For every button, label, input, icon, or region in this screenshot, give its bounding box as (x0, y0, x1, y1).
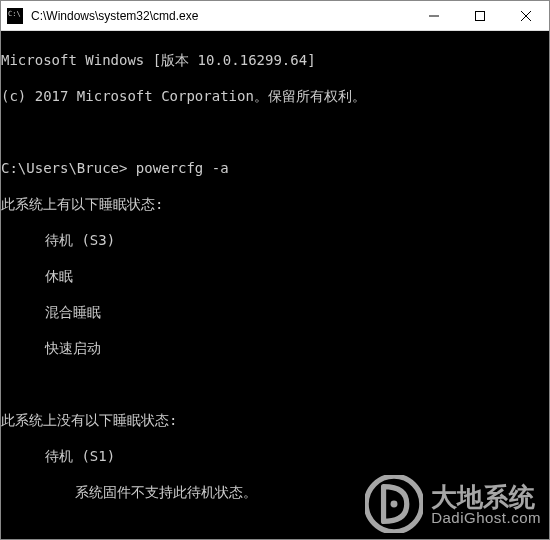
cmd-window: C:\Windows\system32\cmd.exe Microsoft Wi… (0, 0, 550, 540)
svg-rect-1 (476, 11, 485, 20)
cmd-icon (7, 8, 23, 24)
maximize-icon (475, 11, 485, 21)
window-title: C:\Windows\system32\cmd.exe (29, 9, 411, 23)
blank-line (1, 123, 549, 141)
state-s3: 待机 (S3) (1, 231, 549, 249)
command-text: powercfg -a (127, 160, 228, 176)
close-button[interactable] (503, 1, 549, 31)
prompt-line: C:\Users\Bruce> powercfg -a (1, 159, 549, 177)
close-icon (521, 11, 531, 21)
state-hybrid: 混合睡眠 (1, 303, 549, 321)
state-fastboot: 快速启动 (1, 339, 549, 357)
state-hibernate: 休眠 (1, 267, 549, 285)
prompt: C:\Users\Bruce> (1, 160, 127, 176)
titlebar: C:\Windows\system32\cmd.exe (1, 1, 549, 31)
version-line: Microsoft Windows [版本 10.0.16299.64] (1, 51, 549, 69)
terminal-output[interactable]: Microsoft Windows [版本 10.0.16299.64] (c)… (1, 31, 549, 539)
blank-line (1, 519, 549, 537)
maximize-button[interactable] (457, 1, 503, 31)
minimize-icon (429, 11, 439, 21)
state-s1-label: 待机 (S1) (1, 447, 549, 465)
minimize-button[interactable] (411, 1, 457, 31)
state-s1-reason: 系统固件不支持此待机状态。 (1, 483, 549, 501)
window-controls (411, 1, 549, 31)
copyright-line: (c) 2017 Microsoft Corporation。保留所有权利。 (1, 87, 549, 105)
available-header: 此系统上有以下睡眠状态: (1, 195, 549, 213)
blank-line (1, 375, 549, 393)
unavailable-header: 此系统上没有以下睡眠状态: (1, 411, 549, 429)
